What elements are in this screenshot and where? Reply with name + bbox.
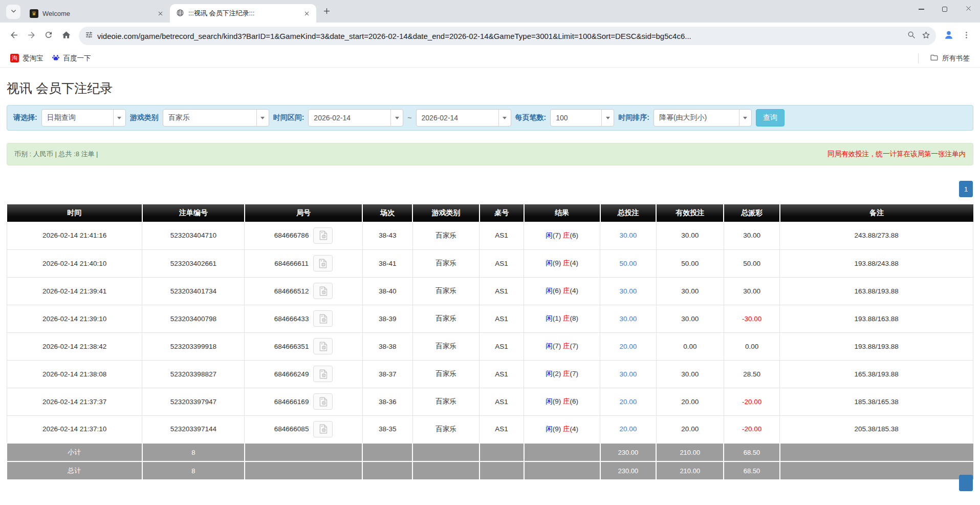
- cell-result: 闲(7) 庄(6): [524, 222, 600, 249]
- game-kind-select[interactable]: 百家乐: [163, 109, 269, 127]
- total-row-cell: [362, 461, 412, 480]
- cell-session: 38-39: [362, 305, 412, 332]
- subtotal-row-cell: [412, 443, 479, 461]
- total-row-cell: [412, 461, 479, 480]
- video-replay-button[interactable]: [313, 366, 333, 382]
- video-replay-button[interactable]: [313, 393, 333, 410]
- forward-button[interactable]: [23, 27, 40, 45]
- video-replay-button[interactable]: [313, 421, 333, 437]
- date-start-select[interactable]: 2026-02-14: [308, 109, 403, 127]
- tab-betrecord[interactable]: :::视讯 会员下注纪录:::: [170, 4, 316, 23]
- cell-total-bet[interactable]: 30.00: [600, 222, 657, 249]
- total-bet-link[interactable]: 30.00: [620, 287, 637, 295]
- video-replay-button[interactable]: [313, 255, 333, 271]
- tune-icon[interactable]: [85, 31, 93, 41]
- close-icon[interactable]: [156, 9, 165, 18]
- total-bet-link[interactable]: 50.00: [620, 260, 637, 267]
- round-number: 684666249: [274, 370, 309, 378]
- close-icon[interactable]: [302, 9, 311, 18]
- cell-total-bet[interactable]: 20.00: [600, 415, 657, 443]
- table-row: 2026-02-14 21:39:10523203400798684666433…: [7, 305, 973, 332]
- page-1-button[interactable]: 1: [959, 181, 973, 197]
- video-replay-button[interactable]: [313, 283, 333, 299]
- table-row: 2026-02-14 21:37:37523203397947684666169…: [7, 388, 973, 415]
- column-header: 时间: [7, 204, 142, 222]
- per-page-select[interactable]: 100: [550, 109, 614, 127]
- cell-total-bet[interactable]: 20.00: [600, 332, 657, 360]
- total-bet-link[interactable]: 20.00: [620, 398, 637, 406]
- profile-button[interactable]: [940, 27, 957, 45]
- cell-total-bet[interactable]: 30.00: [600, 305, 657, 332]
- url-bar[interactable]: videoie.com/game/betrecord_search/kind3?…: [79, 27, 936, 45]
- browser-menu-button[interactable]: [957, 27, 975, 45]
- cell-note: 205.38/185.38: [780, 415, 973, 443]
- home-button[interactable]: [57, 27, 75, 45]
- cell-table-number: AS1: [480, 277, 524, 305]
- player-result: 闲: [546, 314, 553, 322]
- new-tab-button[interactable]: [319, 5, 334, 19]
- minimize-icon: [919, 9, 924, 9]
- cell-total-bet[interactable]: 30.00: [600, 277, 657, 305]
- cell-total-bet[interactable]: 20.00: [600, 388, 657, 415]
- cell-result: 闲(7) 庄(7): [524, 332, 600, 360]
- round-number: 684666433: [274, 315, 309, 323]
- globe-icon: [176, 9, 184, 18]
- window-close-button[interactable]: [956, 0, 980, 18]
- cell-table-number: AS1: [480, 249, 524, 277]
- total-bet-link[interactable]: 20.00: [620, 343, 637, 350]
- video-replay-button[interactable]: [313, 338, 333, 354]
- cell-payout: 0.00: [724, 332, 780, 360]
- bookmark-baidu[interactable]: 百度一下: [48, 51, 95, 65]
- cell-total-bet[interactable]: 30.00: [600, 360, 657, 388]
- reload-button[interactable]: [40, 27, 57, 45]
- date-end-select[interactable]: 2026-02-14: [416, 109, 511, 127]
- chevron-down-icon: [256, 110, 269, 126]
- banker-result: 庄: [563, 397, 570, 405]
- cell-bet-id: 523203397947: [142, 388, 245, 415]
- minimize-button[interactable]: [909, 0, 933, 18]
- cell-payout: -20.00: [724, 388, 780, 415]
- total-bet-link[interactable]: 20.00: [620, 425, 637, 433]
- tab-welcome[interactable]: ♛ Welcome: [24, 4, 170, 23]
- cell-valid-bet: 30.00: [656, 305, 724, 332]
- player-result: 闲: [546, 397, 553, 405]
- cell-result: 闲(9) 庄(6): [524, 388, 600, 415]
- column-header: 备注: [780, 204, 973, 222]
- search-button[interactable]: 查询: [756, 109, 785, 127]
- tab-search-button[interactable]: [6, 5, 20, 19]
- cell-total-bet[interactable]: 50.00: [600, 249, 657, 277]
- cell-note: 193.88/163.88: [780, 305, 973, 332]
- table-row: 2026-02-14 21:38:08523203398827684666249…: [7, 360, 973, 388]
- zoom-button[interactable]: [904, 29, 919, 43]
- cell-valid-bet: 20.00: [656, 388, 724, 415]
- video-record-icon: [318, 369, 329, 380]
- video-replay-button[interactable]: [313, 227, 333, 244]
- browser-toolbar: videoie.com/game/betrecord_search/kind3?…: [0, 23, 980, 49]
- cell-bet-id: 523203398827: [142, 360, 245, 388]
- maximize-button[interactable]: [933, 0, 956, 18]
- cell-session: 38-43: [362, 222, 412, 249]
- query-type-select[interactable]: 日期查询: [41, 109, 126, 127]
- cell-round-id: 684666786: [245, 222, 362, 249]
- video-replay-button[interactable]: [313, 310, 333, 327]
- cell-session: 38-37: [362, 360, 412, 388]
- banker-result: 庄: [563, 314, 570, 322]
- bookmark-aitaobao[interactable]: 淘 爱淘宝: [6, 52, 48, 65]
- page-1-button-bottom[interactable]: [959, 475, 973, 491]
- cell-round-id: 684666512: [245, 277, 362, 305]
- total-bet-link[interactable]: 30.00: [620, 232, 637, 239]
- round-number: 684666169: [274, 398, 309, 406]
- total-bet-link[interactable]: 30.00: [620, 370, 637, 378]
- table-row: 2026-02-14 21:40:10523203402661684666611…: [7, 249, 973, 277]
- sort-select[interactable]: 降幂(由大到小): [654, 109, 752, 127]
- game-kind-label: 游戏类别: [130, 113, 159, 122]
- bookmark-star-button[interactable]: [919, 29, 933, 43]
- cell-valid-bet: 50.00: [656, 249, 724, 277]
- round-number: 684666351: [274, 343, 309, 350]
- back-button[interactable]: [5, 27, 23, 45]
- column-header: 总派彩: [724, 204, 780, 222]
- all-bookmarks-button[interactable]: 所有书签: [926, 51, 974, 66]
- total-bet-link[interactable]: 30.00: [620, 315, 637, 323]
- cell-game-kind: 百家乐: [412, 388, 479, 415]
- banker-result: 庄: [563, 232, 570, 239]
